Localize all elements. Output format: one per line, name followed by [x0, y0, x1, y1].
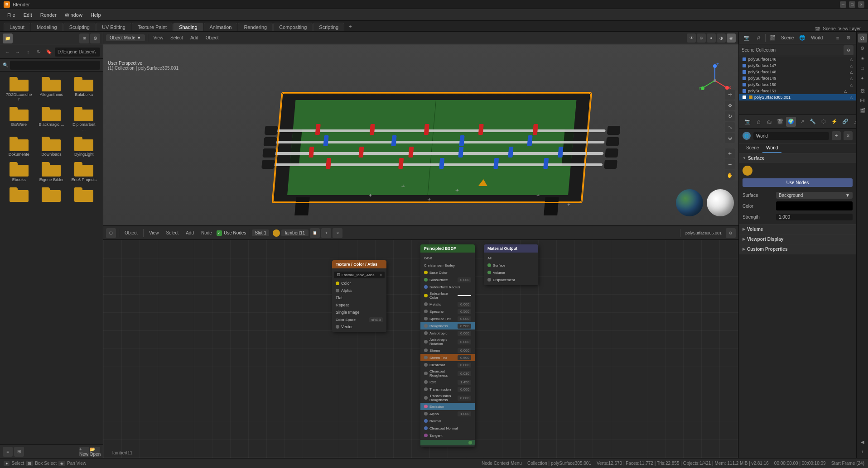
constraints-tab[interactable]: 🔗 [840, 117, 850, 127]
list-item[interactable]: Dokumente [4, 135, 34, 158]
ne-add-button[interactable]: Add [183, 229, 197, 236]
use-nodes-checkbox[interactable]: ✓ [217, 230, 222, 236]
outliner-item[interactable]: polySurface151 △ ... [739, 88, 856, 94]
list-item[interactable]: Diplomarbeit ... [68, 105, 99, 133]
zoom-out-button[interactable]: − [725, 159, 735, 169]
tab-modeling[interactable]: Modeling [31, 23, 63, 31]
menu-file[interactable]: File [4, 11, 19, 19]
ne-select-button[interactable]: Select [163, 229, 181, 236]
node-editor-mode-icon[interactable]: ◈ [858, 53, 867, 62]
viewport-shading-material[interactable]: ◑ [717, 33, 726, 43]
view-button[interactable]: View [151, 34, 166, 41]
props-scene-tab[interactable]: Scene [743, 143, 762, 153]
new-world-button[interactable]: + [832, 131, 841, 140]
slot-select[interactable]: Slot 1 [252, 229, 269, 236]
tab-scripting[interactable]: Scripting [313, 23, 344, 31]
render-tab[interactable]: 📷 [743, 117, 752, 127]
tab-shading[interactable]: Shading [173, 23, 203, 31]
nav-bookmark-button[interactable]: 🔖 [44, 48, 53, 57]
outliner-item-active[interactable]: polySurface305.001 △ [739, 94, 856, 100]
search-input[interactable] [10, 61, 100, 70]
settings-button[interactable]: ⚙ [726, 228, 736, 238]
menu-render[interactable]: Render [37, 11, 60, 19]
texture-node[interactable]: Texture / Color / Atlas 🖼 Football_table… [332, 260, 386, 332]
physics-tab[interactable]: ⚡ [829, 117, 839, 127]
list-item[interactable]: 7D2DLauncher [4, 75, 34, 103]
world-name-input[interactable]: World [753, 132, 829, 140]
viewport-canvas[interactable]: User Perspective (1) Collection | polySu… [103, 44, 738, 225]
node-editor[interactable]: ⬡ Object View Select Add Node ✓ Use Node… [103, 226, 738, 458]
node-editor-icon[interactable]: ⬡ [106, 228, 116, 238]
view-layer-tab-prop[interactable]: 🗂 [764, 117, 774, 127]
outliner-filter-button[interactable]: ⚙ [844, 45, 854, 55]
tab-uv-editing[interactable]: UV Editing [96, 23, 131, 31]
nav-up-button[interactable]: ↑ [24, 48, 33, 57]
select-button[interactable]: Select [168, 34, 186, 41]
panel-mode-button[interactable]: ≡ [3, 447, 13, 457]
material-output-node[interactable]: Material Output All Surface Volume [484, 244, 538, 285]
world-icon-tab[interactable]: 🌐 [797, 33, 807, 43]
outliner-item[interactable]: polySurface150 △ [739, 81, 856, 88]
cursor-tool[interactable]: ✛ [725, 90, 735, 100]
movie-clip-icon[interactable]: 🎬 [858, 106, 867, 115]
props-world-tab[interactable]: World [762, 143, 781, 153]
view-layer-icon[interactable]: ≡ [833, 33, 843, 43]
scale-tool[interactable]: ⤡ [725, 122, 735, 132]
object-tab[interactable]: ↗ [797, 117, 807, 127]
object-mode-button[interactable]: Object Mode ▼ [106, 34, 145, 41]
outliner-mode-icon[interactable]: ⬡ [858, 33, 867, 43]
nav-refresh-button[interactable]: ↻ [34, 48, 43, 57]
open-button[interactable]: 📂 Open [90, 447, 100, 457]
object-button[interactable]: Object [203, 34, 222, 41]
output-properties-icon[interactable]: 🖨 [753, 33, 763, 43]
viewport-display-section-header[interactable]: ▶ Viewport Display [739, 234, 856, 244]
nav-back-button[interactable]: ← [3, 48, 12, 57]
move-tool[interactable]: ✥ [725, 100, 735, 110]
render-result-icon[interactable]: 🖼 [858, 86, 867, 95]
principled-bsdf-node[interactable]: Principled BSDF GGX Christensen-Burley B… [420, 244, 475, 447]
shader-editor-icon[interactable]: ● [858, 73, 867, 82]
nav-forward-button[interactable]: → [13, 48, 22, 57]
menu-edit[interactable]: Edit [20, 11, 36, 19]
list-item[interactable]: Downloads [36, 135, 67, 158]
node-canvas[interactable]: Texture / Color / Atlas 🖼 Football_table… [103, 240, 738, 458]
filter-icon[interactable]: ⚙ [844, 33, 854, 43]
properties-panel-toggle[interactable]: ◀ [858, 437, 867, 446]
strength-input[interactable]: 1.000 [776, 214, 853, 220]
material-browse-button[interactable]: 📋 [310, 228, 320, 238]
extra-toggle[interactable]: + [858, 447, 867, 456]
list-item[interactable] [68, 186, 99, 205]
filebrowser-icon[interactable]: 📁 [3, 33, 13, 43]
maximize-button[interactable]: □ [849, 1, 855, 8]
list-item[interactable]: Blackmagic ... [36, 105, 67, 133]
object-data-tab[interactable]: △ [851, 117, 856, 127]
tab-texture-paint[interactable]: Texture Paint [132, 23, 173, 31]
output-tab[interactable]: 🖨 [753, 117, 763, 127]
render-properties-icon[interactable]: 📷 [742, 33, 752, 43]
menu-help[interactable]: Help [87, 11, 105, 19]
list-item[interactable]: Eigene Bilder [36, 160, 67, 184]
viewport-shading-solid[interactable]: ● [707, 33, 716, 43]
ne-object-button[interactable]: Object [122, 229, 140, 236]
custom-properties-section-header[interactable]: ▶ Custom Properties [739, 244, 856, 254]
unlink-world-button[interactable]: × [844, 131, 853, 140]
scene-tab[interactable]: 🎬 [775, 117, 785, 127]
filter-button[interactable]: ⚙ [90, 33, 100, 43]
ne-node-button[interactable]: Node [198, 229, 215, 236]
pan-button[interactable]: ✋ [725, 170, 735, 180]
close-button[interactable]: × [858, 1, 864, 8]
use-nodes-button[interactable]: Use Nodes [743, 178, 853, 187]
particles-tab[interactable]: ⬡ [819, 117, 829, 127]
list-item[interactable]: Allegorithmic [36, 75, 67, 103]
surface-section-header[interactable]: ▼ Surface [739, 153, 856, 163]
add-workspace-button[interactable]: + [345, 22, 356, 31]
material-preview-sphere[interactable] [707, 189, 734, 216]
modifier-tab[interactable]: 🔧 [808, 117, 818, 127]
list-item[interactable] [36, 186, 67, 205]
sequencer-icon[interactable]: 🎞 [858, 96, 867, 105]
outliner-item[interactable]: polySurface148 △ [739, 69, 856, 75]
tab-layout[interactable]: Layout [4, 23, 30, 31]
viewport-shading-rendered[interactable]: ◉ [727, 33, 736, 43]
hdri-preview-sphere[interactable] [676, 189, 703, 216]
ne-view-button[interactable]: View [146, 229, 162, 236]
